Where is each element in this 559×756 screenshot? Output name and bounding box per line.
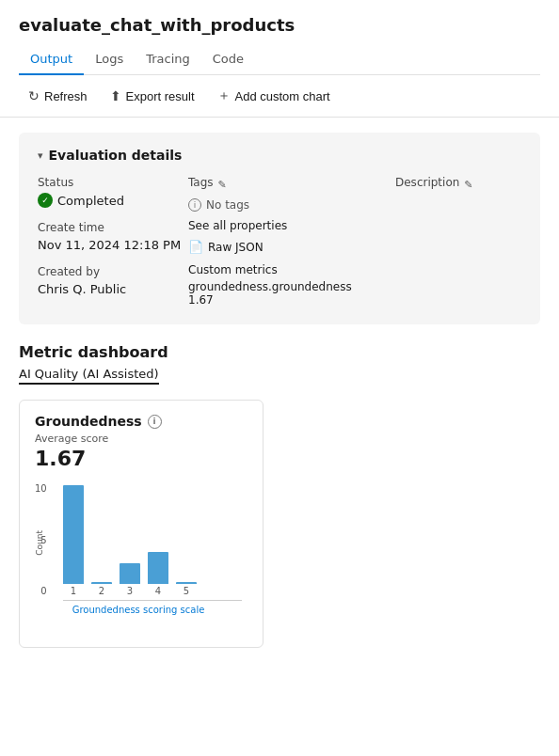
main-content: ▾ Evaluation details Status ✓ Completed … [0, 118, 559, 663]
groundedness-title: Groundedness [35, 414, 142, 429]
raw-json-icon: 📄 [188, 240, 203, 254]
toolbar: ↻ Refresh ⬆ Export result ＋ Add custom c… [0, 75, 559, 118]
add-chart-label: Add custom chart [235, 89, 330, 103]
no-tags-row: i No tags [188, 198, 395, 212]
created-by-value: Chris Q. Public [38, 282, 188, 296]
export-button[interactable]: ⬆ Export result [101, 84, 204, 108]
raw-json-link[interactable]: 📄 Raw JSON [188, 240, 395, 254]
metric-name: groundedness.groundedness [188, 280, 395, 293]
groundedness-info-icon[interactable]: i [148, 415, 162, 429]
y-axis-10: 10 [35, 483, 47, 494]
avg-score-label: Average score [35, 433, 248, 445]
description-edit-icon[interactable]: ✎ [464, 179, 472, 191]
groundedness-card: Groundedness i Average score 1.67 10 5 0… [19, 400, 264, 648]
metric-value: 1.67 [188, 293, 395, 307]
x-axis-label: Groundedness scoring scale [35, 605, 242, 615]
description-header: Description ✎ [395, 176, 521, 193]
create-time-value: Nov 11, 2024 12:18 PM [38, 238, 188, 252]
tab-bar: Output Logs Tracing Code [19, 44, 540, 75]
bar-2-rect [91, 582, 112, 584]
tab-code[interactable]: Code [201, 44, 255, 75]
eval-col-tags: Tags ✎ i No tags See all properties 📄 Ra… [188, 176, 395, 309]
status-dot: ✓ [38, 193, 53, 208]
description-label: Description [395, 176, 459, 189]
refresh-icon: ↻ [28, 88, 40, 103]
add-chart-icon: ＋ [217, 87, 231, 104]
add-chart-button[interactable]: ＋ Add custom chart [208, 83, 340, 109]
avg-score-value: 1.67 [35, 447, 248, 470]
bar-2: 2 [91, 582, 112, 596]
no-tags-text: No tags [206, 198, 249, 212]
bar-4-label: 4 [155, 586, 161, 596]
export-label: Export result [126, 89, 195, 103]
chart-baseline [63, 600, 242, 601]
eval-details-card: ▾ Evaluation details Status ✓ Completed … [19, 133, 540, 324]
bar-1: 1 [63, 485, 84, 596]
custom-metrics-label: Custom metrics [188, 263, 395, 276]
bar-3-rect [120, 563, 140, 584]
eval-col-description: Description ✎ [395, 176, 521, 309]
bar-5-label: 5 [184, 586, 189, 596]
info-circle-icon: i [188, 198, 201, 212]
dashboard-title: Metric dashboard [19, 343, 540, 361]
bar-1-label: 1 [71, 586, 76, 596]
page-header: evaluate_chat_with_products Output Logs … [0, 0, 559, 75]
tags-edit-icon[interactable]: ✎ [218, 179, 227, 191]
groundedness-chart: 10 5 0 Count 1 2 3 [35, 483, 242, 634]
page-title: evaluate_chat_with_products [19, 15, 540, 35]
eval-card-header: ▾ Evaluation details [38, 148, 521, 163]
bar-4: 4 [148, 552, 168, 596]
count-axis-label: Count [35, 530, 44, 556]
groundedness-title-row: Groundedness i [35, 414, 248, 429]
raw-json-text: Raw JSON [208, 241, 264, 254]
tab-tracing[interactable]: Tracing [135, 44, 201, 75]
eval-grid: Status ✓ Completed Create time Nov 11, 2… [38, 176, 521, 309]
bar-1-rect [63, 485, 84, 584]
bar-3-label: 3 [127, 586, 133, 596]
status-label: Status [38, 176, 188, 189]
see-all-properties-link[interactable]: See all properties [188, 219, 395, 232]
bar-5-rect [176, 582, 197, 584]
dashboard-subtitle[interactable]: AI Quality (AI Assisted) [19, 367, 159, 385]
bar-3: 3 [120, 563, 140, 596]
bar-2-label: 2 [99, 586, 104, 596]
refresh-button[interactable]: ↻ Refresh [19, 84, 97, 108]
tags-label: Tags [188, 176, 214, 189]
create-time-label: Create time [38, 221, 188, 234]
status-value: ✓ Completed [38, 193, 188, 208]
created-by-label: Created by [38, 265, 188, 278]
export-icon: ⬆ [110, 88, 121, 103]
eval-card-title: Evaluation details [49, 148, 183, 163]
tab-output[interactable]: Output [19, 44, 84, 75]
refresh-label: Refresh [44, 89, 88, 103]
tags-header: Tags ✎ [188, 176, 395, 193]
bar-5: 5 [176, 582, 197, 596]
chart-bars-area: 1 2 3 4 5 [35, 483, 242, 596]
tab-logs[interactable]: Logs [84, 44, 135, 75]
y-axis-0: 0 [40, 586, 46, 596]
status-text: Completed [57, 194, 124, 208]
eval-col-status: Status ✓ Completed Create time Nov 11, 2… [38, 176, 188, 309]
bar-4-rect [148, 552, 168, 584]
chevron-down-icon: ▾ [38, 150, 43, 162]
